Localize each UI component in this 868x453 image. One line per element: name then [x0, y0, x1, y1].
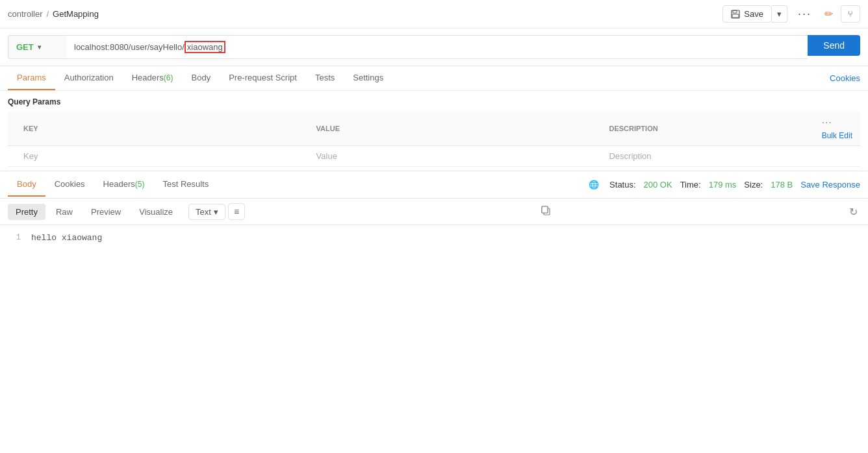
svg-rect-5 [542, 206, 548, 213]
format-tab-visualize[interactable]: Visualize [131, 204, 181, 220]
url-display[interactable]: localhost:8080/user/sayHello/xiaowang [66, 35, 808, 59]
status-label: Status: [609, 180, 635, 190]
response-content: hello xiaowang [31, 233, 860, 243]
row-key-cell[interactable]: Key [18, 146, 311, 167]
size-value: 178 B [771, 180, 793, 190]
col-actions-header: ··· Bulk Edit [814, 112, 860, 146]
url-highlighted-segment: xiaowang [185, 41, 225, 53]
format-tab-preview[interactable]: Preview [83, 204, 129, 220]
line-number-1: 1 [8, 233, 21, 242]
breadcrumb-current: GetMapping [53, 9, 99, 19]
params-more-button[interactable]: ··· [819, 116, 835, 130]
time-label: Time: [680, 180, 701, 190]
tab-body[interactable]: Body [183, 66, 220, 90]
header-actions: Save ▾ ··· ✏ ⑂ [722, 5, 860, 23]
status-value: 200 OK [644, 180, 672, 190]
format-tab-raw[interactable]: Raw [48, 204, 81, 220]
query-params-section: Query Params KEY VALUE DESCRIPTION ··· B… [0, 91, 868, 171]
format-tab-pretty[interactable]: Pretty [8, 204, 45, 220]
tab-headers[interactable]: Headers(6) [123, 66, 183, 90]
request-tabs: Params Authorization Headers(6) Body Pre… [0, 66, 868, 91]
response-tab-body[interactable]: Body [8, 173, 45, 197]
copy-button[interactable] [538, 202, 554, 221]
query-params-title: Query Params [8, 97, 860, 106]
svg-rect-1 [733, 10, 737, 13]
format-selector-wrapper: Text ▾ [188, 204, 225, 220]
response-tabs: Body Cookies Headers(5) Test Results 🌐 S… [0, 171, 868, 199]
params-table: KEY VALUE DESCRIPTION ··· Bulk Edit Key … [8, 112, 860, 167]
tab-prerequest[interactable]: Pre-request Script [220, 66, 306, 90]
save-dropdown-button[interactable]: ▾ [772, 5, 787, 23]
save-label: Save [744, 9, 763, 19]
response-status: 🌐 Status: 200 OK Time: 179 ms Size: 178 … [589, 180, 860, 190]
breadcrumb-parent: controller [8, 9, 42, 19]
tab-tests[interactable]: Tests [306, 66, 344, 90]
header: controller / GetMapping Save ▾ ··· ✏ ⑂ [0, 0, 868, 29]
save-icon [731, 10, 740, 19]
row-value-cell[interactable]: Value [311, 146, 604, 167]
tab-settings[interactable]: Settings [344, 66, 392, 90]
tab-params[interactable]: Params [8, 66, 55, 90]
response-headers-badge: (5) [135, 180, 145, 189]
more-options-button[interactable]: ··· [793, 5, 817, 23]
col-value-header: VALUE [311, 112, 604, 146]
row-checkbox-cell [8, 146, 18, 167]
bulk-edit-button[interactable]: Bulk Edit [819, 130, 855, 141]
format-select-button[interactable]: Text ▾ [188, 204, 225, 220]
response-headers-label: Headers [103, 179, 135, 189]
send-button[interactable]: Send [808, 35, 860, 56]
tab-headers-label: Headers [132, 73, 164, 82]
chevron-down-icon: ▾ [777, 9, 782, 19]
method-label: GET [16, 42, 34, 52]
col-check-header [8, 112, 18, 146]
response-section: Body Cookies Headers(5) Test Results 🌐 S… [0, 171, 868, 251]
row-desc-cell[interactable]: Description [604, 146, 813, 167]
url-prefix: localhost:8080/user/sayHello/ [74, 42, 185, 52]
method-selector[interactable]: GET ▾ [8, 35, 66, 59]
save-response-button[interactable]: Save Response [800, 180, 860, 190]
method-chevron-icon: ▾ [38, 43, 41, 51]
response-tab-test-results[interactable]: Test Results [153, 173, 218, 197]
format-select-label: Text [196, 207, 211, 217]
size-label: Size: [744, 180, 763, 190]
edit-button[interactable]: ✏ [822, 5, 836, 23]
col-desc-header: DESCRIPTION [604, 112, 813, 146]
cookies-link[interactable]: Cookies [821, 67, 860, 90]
row-actions-cell [814, 146, 860, 167]
word-wrap-button[interactable]: ≡ [228, 203, 245, 220]
breadcrumb: controller / GetMapping [8, 9, 722, 19]
response-tab-headers[interactable]: Headers(5) [94, 173, 154, 197]
response-body: 1 hello xiaowang [0, 225, 868, 251]
svg-rect-2 [732, 14, 739, 18]
format-bar: Pretty Raw Preview Visualize Text ▾ ≡ ↻ [0, 199, 868, 225]
globe-icon: 🌐 [589, 180, 599, 190]
line-numbers: 1 [8, 233, 21, 243]
response-text: hello xiaowang [31, 233, 102, 243]
copy-icon [541, 205, 551, 215]
tab-headers-badge: (6) [164, 73, 173, 82]
col-key-header: KEY [18, 112, 311, 146]
tab-authorization[interactable]: Authorization [55, 66, 123, 90]
format-chevron-icon: ▾ [214, 207, 218, 217]
breadcrumb-separator: / [46, 9, 49, 19]
refresh-button[interactable]: ↻ [847, 203, 860, 221]
url-bar: GET ▾ localhost:8080/user/sayHello/xiaow… [0, 29, 868, 66]
save-button[interactable]: Save [722, 5, 772, 23]
fork-button[interactable]: ⑂ [841, 5, 860, 23]
time-value: 179 ms [709, 180, 737, 190]
response-tab-cookies[interactable]: Cookies [45, 173, 94, 197]
table-row: Key Value Description [8, 146, 860, 167]
